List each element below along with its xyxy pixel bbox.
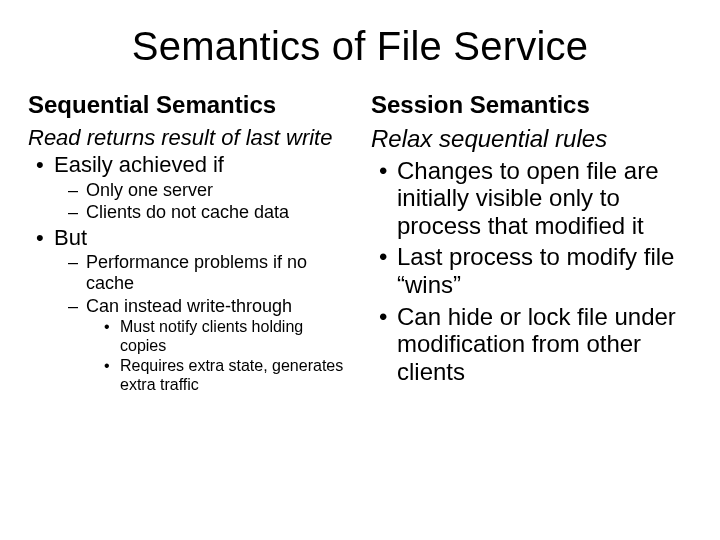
list-item: Only one server [28, 180, 349, 201]
right-list: Changes to open file are initially visib… [371, 157, 692, 386]
left-heading: Sequential Semantics [28, 91, 349, 119]
list-item: Requires extra state, generates extra tr… [28, 357, 349, 394]
right-column: Session Semantics Relax sequential rules… [371, 91, 692, 394]
list-item: Must notify clients holding copies [28, 318, 349, 355]
left-intro: Read returns result of last write [28, 125, 349, 150]
list-item: Easily achieved if [28, 152, 349, 177]
columns: Sequential Semantics Read returns result… [28, 91, 692, 394]
left-list: Easily achieved if Only one server Clien… [28, 152, 349, 394]
list-item: Can hide or lock file under modification… [371, 303, 692, 386]
list-item: Performance problems if no cache [28, 252, 349, 293]
left-column: Sequential Semantics Read returns result… [28, 91, 349, 394]
list-item: Clients do not cache data [28, 202, 349, 223]
list-item: Can instead write-through [28, 296, 349, 317]
right-intro: Relax sequential rules [371, 125, 692, 153]
list-item: Last process to modify file “wins” [371, 243, 692, 298]
right-heading: Session Semantics [371, 91, 692, 119]
slide-title: Semantics of File Service [28, 24, 692, 69]
list-item: Changes to open file are initially visib… [371, 157, 692, 240]
list-item: But [28, 225, 349, 250]
slide: Semantics of File Service Sequential Sem… [0, 0, 720, 540]
